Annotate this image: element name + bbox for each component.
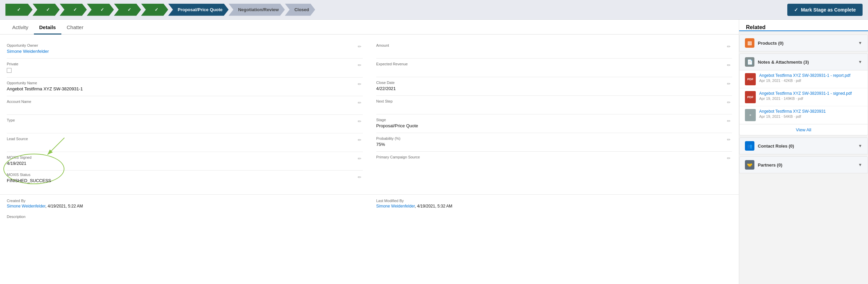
- moxis-signed-edit-icon[interactable]: ✏: [358, 156, 361, 161]
- products-section-header[interactable]: ▦ Products (0) ▼: [739, 35, 868, 51]
- attachment-meta-1: Apr 19, 2021 · 42KB · pdf: [759, 79, 850, 83]
- checkmark-icon: ✓: [794, 7, 798, 13]
- stage-pill-s9[interactable]: Closed: [285, 4, 315, 16]
- partners-chevron-icon: ▼: [858, 162, 862, 167]
- stage-item-s9[interactable]: Closed: [285, 4, 315, 16]
- partners-section-header[interactable]: 🤝 Partners (0) ▼: [739, 156, 868, 173]
- stage-label: Stage: [376, 118, 732, 122]
- stage-pill-s4[interactable]: ✓: [87, 4, 114, 16]
- attachment-name-1[interactable]: Angebot Testfirma XYZ SW-3820931-1 - rep…: [759, 73, 850, 78]
- notes-view-all-link[interactable]: View All: [739, 124, 868, 135]
- stage-item-s7[interactable]: Proposal/Price Quote: [168, 4, 229, 16]
- stage-pill-s2[interactable]: ✓: [33, 4, 60, 16]
- lead-source-label: Lead Source: [7, 137, 363, 141]
- mark-complete-label: Mark Stage as Complete: [801, 7, 856, 13]
- stage-item-s1[interactable]: ✓: [5, 4, 33, 16]
- related-section-products: ▦ Products (0) ▼: [739, 35, 868, 51]
- description-field: Description: [0, 213, 739, 222]
- attachment-item-3: ≡ Angebot Testfirma XYZ SW-3820931 Apr 1…: [739, 106, 868, 124]
- stage-pill-s8[interactable]: Negotiation/Review: [229, 4, 285, 16]
- expected-revenue-value: [376, 67, 732, 73]
- notes-icon: 📄: [745, 57, 754, 67]
- close-date-label: Close Date: [376, 81, 732, 85]
- partners-title: Partners (0): [758, 162, 858, 168]
- contact-roles-section-header[interactable]: 👥 Contact Roles (0) ▼: [739, 137, 868, 154]
- created-by-separator: ,: [45, 204, 48, 209]
- tab-activity[interactable]: Activity: [7, 20, 34, 35]
- lead-source-edit-icon[interactable]: ✏: [358, 137, 361, 143]
- last-modified-name-link[interactable]: Simone Weidenfelder: [376, 204, 415, 209]
- close-date-edit-icon[interactable]: ✏: [727, 81, 731, 86]
- next-step-edit-icon[interactable]: ✏: [727, 100, 731, 105]
- notes-section-header[interactable]: 📄 Notes & Attachments (3) ▼: [739, 53, 868, 70]
- products-chevron-icon: ▼: [858, 41, 862, 45]
- field-moxis-status: MOXIS Status FINISHED_SUCCESS ✏: [7, 171, 363, 188]
- opportunity-owner-label: Opportunity Owner: [7, 43, 363, 47]
- tab-chatter[interactable]: Chatter: [61, 20, 89, 35]
- attachment-name-3[interactable]: Angebot Testfirma XYZ SW-3820931: [759, 109, 826, 114]
- private-checkbox[interactable]: [7, 68, 12, 73]
- opportunity-name-edit-icon[interactable]: ✏: [358, 82, 361, 87]
- stage-item-s8[interactable]: Negotiation/Review: [229, 4, 285, 16]
- probability-label: Probability (%): [376, 136, 732, 140]
- opportunity-name-value: Angebot Testfirma XYZ SW-3820931-1: [7, 86, 363, 92]
- stage-pill-s7[interactable]: Proposal/Price Quote: [168, 4, 229, 16]
- stage-pill-s1[interactable]: ✓: [5, 4, 33, 16]
- footer-created-by: Created By Simone Weidenfelder, 4/19/202…: [7, 199, 363, 209]
- attachment-item-1: PDF Angebot Testfirma XYZ SW-3820931-1 -…: [739, 70, 868, 88]
- amount-label: Amount: [376, 43, 732, 47]
- stage-item-s5[interactable]: ✓: [114, 4, 141, 16]
- stage-item-s3[interactable]: ✓: [60, 4, 87, 16]
- field-amount: Amount ✏: [376, 40, 732, 59]
- mark-stage-complete-button[interactable]: ✓ Mark Stage as Complete: [787, 4, 863, 16]
- field-expected-revenue: Expected Revenue ✏: [376, 59, 732, 77]
- account-name-edit-icon[interactable]: ✏: [358, 100, 361, 105]
- close-date-value: 4/22/2021: [376, 86, 732, 92]
- next-step-label: Next Step: [376, 99, 732, 103]
- expected-revenue-edit-icon[interactable]: ✏: [727, 63, 731, 68]
- contact-roles-title: Contact Roles (0): [758, 144, 858, 149]
- moxis-signed-value: 4/19/2021: [7, 161, 363, 167]
- contact-roles-icon: 👥: [745, 141, 754, 151]
- footer-last-modified: Last Modified By Simone Weidenfelder, 4/…: [376, 199, 732, 209]
- opportunity-owner-value[interactable]: Simone Weidenfelder: [7, 49, 363, 55]
- left-panel: Activity Details Chatter Opportunity Own…: [0, 20, 739, 284]
- amount-edit-icon[interactable]: ✏: [727, 44, 731, 49]
- stage-item-s2[interactable]: ✓: [33, 4, 60, 16]
- tab-details[interactable]: Details: [34, 20, 61, 35]
- related-section-notes: 📄 Notes & Attachments (3) ▼ PDF Angebot …: [739, 53, 868, 135]
- type-edit-icon[interactable]: ✏: [358, 119, 361, 124]
- lead-source-value: [7, 142, 363, 148]
- right-panel: Related ▦ Products (0) ▼ 📄 Notes & Attac…: [739, 20, 868, 284]
- field-moxis-signed: MOXIS Signed 4/19/2021 ✏: [7, 152, 363, 171]
- stage-pill-s5[interactable]: ✓: [114, 4, 141, 16]
- opportunity-owner-edit-icon[interactable]: ✏: [358, 44, 361, 49]
- stage-pill-s6[interactable]: ✓: [141, 4, 168, 16]
- partners-icon: 🤝: [745, 160, 754, 170]
- field-opportunity-name: Opportunity Name Angebot Testfirma XYZ S…: [7, 78, 363, 96]
- account-name-label: Account Name: [7, 100, 363, 104]
- created-by-name-link[interactable]: Simone Weidenfelder: [7, 204, 45, 209]
- primary-campaign-source-value: [376, 160, 732, 167]
- stage-item-s6[interactable]: ✓: [141, 4, 168, 16]
- stage-item-s4[interactable]: ✓: [87, 4, 114, 16]
- last-modified-datetime: 4/19/2021, 5:32 AM: [417, 204, 452, 209]
- attachment-info-3: Angebot Testfirma XYZ SW-3820931 Apr 19,…: [759, 109, 826, 118]
- private-edit-icon[interactable]: ✏: [358, 63, 361, 68]
- probability-edit-icon[interactable]: ✏: [727, 137, 731, 142]
- opportunity-name-label: Opportunity Name: [7, 81, 363, 85]
- field-opportunity-owner: Opportunity Owner Simone Weidenfelder ✏: [7, 40, 363, 59]
- primary-campaign-source-label: Primary Campaign Source: [376, 155, 732, 159]
- attachment-name-2[interactable]: Angebot Testfirma XYZ SW-3820931-1 - sig…: [759, 91, 852, 96]
- account-name-value: [7, 105, 363, 111]
- primary-campaign-source-edit-icon[interactable]: ✏: [727, 156, 731, 161]
- main-wrapper: Activity Details Chatter Opportunity Own…: [0, 20, 868, 284]
- created-by-datetime: 4/19/2021, 5:22 AM: [48, 204, 83, 209]
- notes-body: PDF Angebot Testfirma XYZ SW-3820931-1 -…: [739, 70, 868, 135]
- created-by-label: Created By: [7, 199, 363, 203]
- stage-edit-icon[interactable]: ✏: [727, 118, 731, 124]
- expected-revenue-label: Expected Revenue: [376, 62, 732, 66]
- moxis-status-edit-icon[interactable]: ✏: [358, 175, 361, 180]
- stage-pill-s3[interactable]: ✓: [60, 4, 87, 16]
- moxis-signed-label: MOXIS Signed: [7, 155, 363, 159]
